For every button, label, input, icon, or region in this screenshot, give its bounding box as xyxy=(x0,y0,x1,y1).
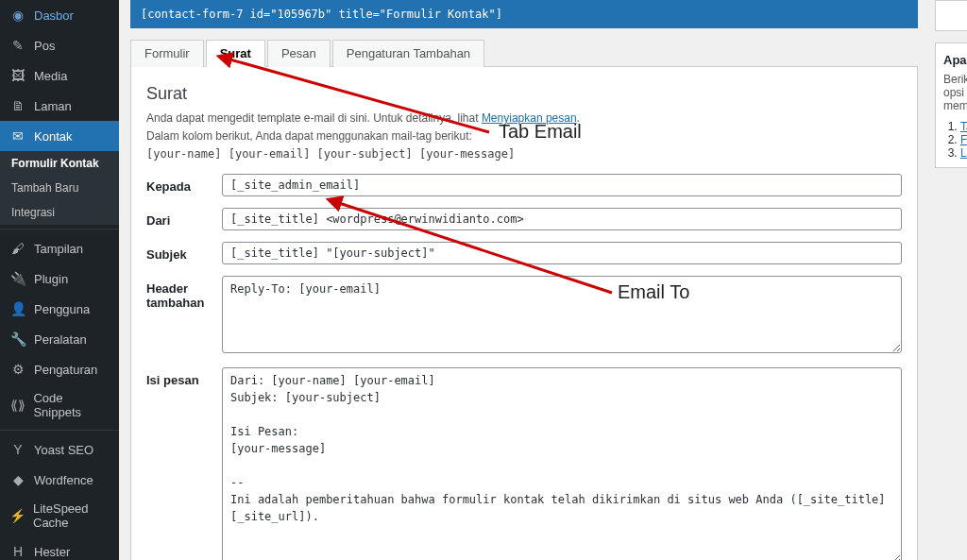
menu-label: Pos xyxy=(34,39,55,53)
help-link[interactable]: Forum xyxy=(960,133,967,146)
menu-icon: Y xyxy=(9,441,26,458)
menu-label: Peralatan xyxy=(34,332,87,347)
menu-label: Wordfence xyxy=(34,473,93,487)
menu-label: Kontak xyxy=(34,129,72,144)
menu-label: Media xyxy=(34,69,67,83)
menu-icon: H xyxy=(9,543,26,560)
submenu-item-formulir-kontak[interactable]: Formulir Kontak xyxy=(0,151,119,176)
help-link[interactable]: Layan xyxy=(960,146,967,160)
menu-icon: ✉ xyxy=(9,127,26,144)
sidebar-item-litespeed-cache[interactable]: ⚡LiteSpeed Cache xyxy=(0,495,119,536)
menu-label: Laman xyxy=(34,99,72,113)
sidebar-item-kontak[interactable]: ✉Kontak xyxy=(0,121,119,151)
admin-sidebar: ◉Dasbor✎Pos🖾Media🗎Laman✉Kontak Formulir … xyxy=(0,0,119,560)
sidebar-item-dasbor[interactable]: ◉Dasbor xyxy=(0,0,119,30)
sidebar-right: Hapus Apakah A Berikut adalah beberapa o… xyxy=(929,0,967,560)
submenu-item-integrasi[interactable]: Integrasi xyxy=(0,200,119,225)
menu-label: Yoast SEO xyxy=(34,443,93,457)
svg-line-0 xyxy=(227,59,489,132)
menu-icon: 🖌 xyxy=(9,240,26,257)
help-text: Berikut adalah beberapa opsi yang tersed… xyxy=(943,73,967,112)
sidebar-item-plugin[interactable]: 🔌Plugin xyxy=(0,263,119,294)
menu-icon: ◆ xyxy=(9,471,26,488)
annotation-overlay xyxy=(130,40,918,399)
menu-label: Dasbor xyxy=(34,8,74,23)
help-link[interactable]: Tanya xyxy=(960,120,967,133)
menu-icon: 🔧 xyxy=(9,331,26,348)
menu-icon: 🖾 xyxy=(9,67,26,84)
menu-label: Pengguna xyxy=(34,302,90,316)
sidebar-item-hester[interactable]: HHester xyxy=(0,536,119,560)
shortcode-banner[interactable]: [contact-form-7 id="105967b" title="Form… xyxy=(130,0,918,28)
svg-line-1 xyxy=(336,202,612,293)
menu-label: Hester xyxy=(34,545,70,559)
sidebar-item-pengguna[interactable]: 👤Pengguna xyxy=(0,294,119,324)
menu-icon: ⟪⟫ xyxy=(9,397,25,414)
menu-label: Pengaturan xyxy=(34,363,97,377)
menu-icon: 🔌 xyxy=(9,270,26,287)
sidebar-item-code-snippets[interactable]: ⟪⟫Code Snippets xyxy=(0,384,119,426)
sidebar-item-peralatan[interactable]: 🔧Peralatan xyxy=(0,324,119,354)
menu-label: Tampilan xyxy=(34,242,83,256)
sidebar-item-pengaturan[interactable]: ⚙Pengaturan xyxy=(0,354,119,384)
delete-link[interactable]: Hapus xyxy=(943,8,967,23)
help-title: Apakah A xyxy=(943,53,967,67)
menu-icon: 👤 xyxy=(9,300,26,317)
sidebar-item-yoast-seo[interactable]: YYoast SEO xyxy=(0,434,119,465)
sidebar-item-pos[interactable]: ✎Pos xyxy=(0,30,119,60)
menu-label: Plugin xyxy=(34,272,68,286)
menu-label: LiteSpeed Cache xyxy=(33,501,111,530)
menu-label: Code Snippets xyxy=(33,391,111,419)
menu-icon: ✎ xyxy=(9,37,26,54)
sidebar-item-wordfence[interactable]: ◆Wordfence xyxy=(0,465,119,495)
sidebar-item-tampilan[interactable]: 🖌Tampilan xyxy=(0,233,119,263)
submenu-item-tambah-baru[interactable]: Tambah Baru xyxy=(0,176,119,200)
sidebar-item-media[interactable]: 🖾Media xyxy=(0,60,119,91)
menu-icon: ⚙ xyxy=(9,361,26,378)
sidebar-item-laman[interactable]: 🗎Laman xyxy=(0,91,119,121)
menu-icon: ⚡ xyxy=(9,507,25,524)
menu-icon: ◉ xyxy=(9,7,26,24)
menu-icon: 🗎 xyxy=(9,97,26,114)
